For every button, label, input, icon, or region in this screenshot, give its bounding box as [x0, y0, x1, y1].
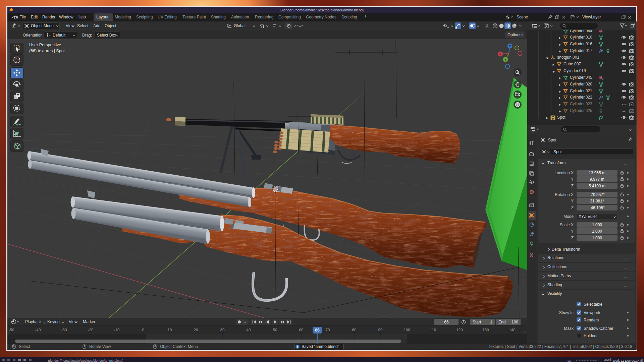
- svg-text:2: 2: [602, 31, 603, 34]
- svg-text:X: X: [499, 52, 502, 56]
- svg-text:Y: Y: [504, 58, 507, 61]
- svg-text:2: 2: [602, 77, 603, 80]
- svg-text:Z: Z: [509, 44, 511, 48]
